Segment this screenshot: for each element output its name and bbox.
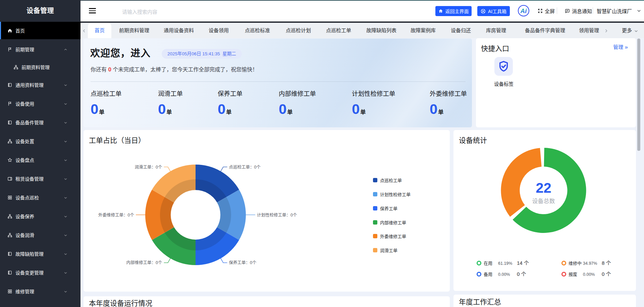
svg-text:0 个: 0 个 <box>602 271 611 277</box>
svg-text:在用: 在用 <box>484 261 492 266</box>
svg-text:润滑工单：0个: 润滑工单：0个 <box>135 165 162 170</box>
svg-text:报废: 报废 <box>569 272 577 277</box>
svg-text:计划性检修工单：0个: 计划性检修工单：0个 <box>257 212 297 218</box>
svg-text:34.97%: 34.97% <box>583 261 597 266</box>
svg-text:备用: 备用 <box>484 272 492 277</box>
svg-text:14 个: 14 个 <box>517 260 529 266</box>
svg-text:0.00%: 0.00% <box>583 272 595 277</box>
svg-text:设备总数: 设备总数 <box>532 198 555 204</box>
svg-text:0 个: 0 个 <box>517 271 526 277</box>
svg-text:维修中: 维修中 <box>569 261 582 266</box>
svg-text:0.00%: 0.00% <box>498 272 510 277</box>
svg-text:保养工单：0个: 保养工单：0个 <box>229 260 257 265</box>
svg-text:61.19%: 61.19% <box>498 261 512 266</box>
svg-text:内部维修工单：0个: 内部维修工单：0个 <box>126 260 162 265</box>
svg-text:点巡检工单：0个: 点巡检工单：0个 <box>229 165 261 170</box>
svg-text:22: 22 <box>536 180 551 196</box>
svg-text:外委维修工单：0个: 外委维修工单：0个 <box>98 212 134 218</box>
svg-text:8 个: 8 个 <box>602 260 611 266</box>
